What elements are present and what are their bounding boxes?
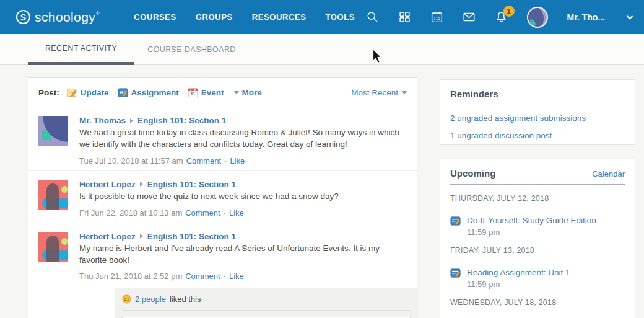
comment-section: 2 people liked this (115, 288, 418, 318)
avatar[interactable] (38, 180, 68, 210)
like-link[interactable]: Like (229, 208, 244, 218)
avatar-shape (46, 236, 59, 262)
svg-text:11: 11 (191, 92, 196, 97)
nav-item-resources[interactable]: RESOURCES (252, 12, 307, 22)
calendar-link[interactable]: Calendar (592, 169, 625, 179)
avatar-shape (46, 183, 59, 210)
assignment-icon (450, 268, 461, 278)
sort-label: Most Recent (351, 88, 398, 97)
chevron-down-icon[interactable] (624, 12, 635, 23)
ungraded-assignments-link[interactable]: 2 ungraded assignment submissions (450, 113, 625, 123)
divider (450, 260, 625, 260)
tab-course-dashboard[interactable]: COURSE DASHBOARD (134, 34, 249, 65)
tab-recent-activity[interactable]: RECENT ACTIVITY (28, 34, 134, 65)
upcoming-event-time: 11:59 pm (467, 280, 570, 289)
post-timestamp: Thu Jun 21, 2018 at 2:52 pm (79, 272, 182, 281)
post-update-button[interactable]: Update (67, 87, 109, 98)
nav-item-courses[interactable]: COURSES (134, 12, 176, 22)
schoology-logo[interactable]: S schoology ® (16, 10, 99, 25)
feed-post: Herbert Lopez English 101: Section 1 Is … (28, 171, 417, 223)
post-assignment-label: Assignment (131, 88, 179, 97)
navbar-right: 1 Mr. Tho... (366, 7, 635, 28)
post-course-link[interactable]: English 101: Section 1 (147, 232, 236, 241)
post-course-link[interactable]: English 101: Section 1 (137, 116, 226, 125)
schoology-home-screen: S schoology ® COURSES GROUPS RESOURCES T… (0, 0, 644, 318)
registered-mark: ® (96, 11, 99, 15)
assignment-icon (450, 216, 461, 226)
post-course-link[interactable]: English 101: Section 1 (147, 180, 236, 189)
like-link[interactable]: Like (229, 272, 244, 281)
nav-item-tools[interactable]: TOOLS (326, 12, 355, 22)
avatar[interactable] (38, 116, 68, 146)
mail-icon[interactable] (463, 11, 476, 24)
upcoming-panel: Upcoming Calendar THURSDAY, JULY 12, 201… (440, 159, 635, 318)
dot-separator: · (224, 208, 226, 218)
avatar[interactable] (38, 232, 68, 262)
upcoming-date: WEDNESDAY, JULY 18, 2018 (450, 298, 625, 307)
liked-by-link[interactable]: 2 people (135, 294, 166, 304)
feed-post: Mr. Thomas English 101: Section 1 We had… (28, 107, 417, 171)
user-menu-name[interactable]: Mr. Tho... (567, 12, 605, 22)
upcoming-event-link[interactable]: Reading Assignment: Unit 1 (467, 268, 570, 277)
comment-link[interactable]: Comment (185, 208, 220, 218)
post-author-link[interactable]: Herbert Lopez (79, 232, 136, 241)
notifications-button[interactable]: 1 (495, 11, 508, 24)
post-label: Post: (38, 88, 59, 97)
search-icon[interactable] (366, 11, 379, 24)
divider (450, 208, 625, 208)
post-more-button[interactable]: More (234, 88, 262, 97)
upcoming-event: Do-It-Yourself: Study Guide Edition 11:5… (450, 216, 625, 237)
post-timestamp: Tue Jul 10, 2018 at 11:57 am (79, 156, 183, 166)
calendar-icon[interactable] (430, 11, 443, 24)
dot-separator: · (224, 156, 227, 166)
sort-dropdown[interactable]: Most Recent (351, 88, 407, 97)
nav-item-groups[interactable]: GROUPS (196, 12, 233, 22)
schoology-s-icon: S (16, 10, 30, 24)
assignment-pencil-icon (118, 87, 128, 98)
post-event-button[interactable]: 11 Event (188, 87, 224, 98)
arrow-right-icon (140, 234, 143, 239)
comment-link[interactable]: Comment (186, 156, 221, 166)
dot-separator: · (224, 272, 226, 281)
post-event-label: Event (201, 88, 224, 97)
upcoming-event: Reading Assignment: Unit 1 11:59 pm (450, 268, 625, 289)
feed-post: Herbert Lopez English 101: Section 1 My … (28, 223, 417, 318)
post-author-link[interactable]: Herbert Lopez (79, 180, 136, 189)
post-author-link[interactable]: Mr. Thomas (79, 116, 126, 125)
post-body-text: We had a great time today in class discu… (79, 127, 407, 151)
primary-nav: COURSES GROUPS RESOURCES TOOLS (134, 12, 355, 22)
post-body-text: My name is Herbert and I've already read… (79, 243, 407, 267)
upcoming-title: Upcoming (450, 168, 495, 179)
post-timestamp: Fri Jun 22, 2018 at 10:13 am (79, 208, 182, 218)
caret-down-icon (234, 91, 239, 94)
notification-badge: 1 (503, 6, 515, 17)
arrow-right-icon (140, 182, 143, 187)
divider (450, 312, 625, 312)
upcoming-event-link[interactable]: Do-It-Yourself: Study Guide Edition (467, 216, 596, 225)
avatar-shape (61, 186, 68, 193)
user-avatar[interactable] (527, 7, 548, 28)
post-toolbar: Post: Update Assignment (28, 78, 417, 107)
reminders-title: Reminders (450, 89, 625, 99)
post-more-label: More (242, 88, 262, 97)
upcoming-date: FRIDAY, JULY 13, 2018 (450, 246, 625, 255)
top-navbar: S schoology ® COURSES GROUPS RESOURCES T… (0, 0, 644, 34)
arrow-right-icon (130, 118, 133, 123)
post-update-label: Update (80, 88, 109, 97)
divider (450, 105, 625, 105)
reminders-panel: Reminders 2 ungraded assignment submissi… (440, 79, 635, 145)
like-link[interactable]: Like (230, 156, 245, 166)
upcoming-event-time: 11:59 pm (467, 227, 596, 237)
note-pencil-icon (67, 87, 77, 98)
app-grid-icon[interactable] (398, 11, 411, 24)
activity-feed-card: Post: Update Assignment (28, 77, 417, 318)
tab-strip: RECENT ACTIVITY COURSE DASHBOARD (0, 34, 644, 65)
calendar-day-icon: 11 (188, 87, 198, 98)
upcoming-date: THURSDAY, JULY 12, 2018 (450, 194, 625, 203)
comment-link[interactable]: Comment (185, 272, 220, 281)
post-assignment-button[interactable]: Assignment (118, 87, 179, 98)
caret-down-icon (402, 91, 407, 94)
post-body-text: Is it possible to move the quiz to next … (79, 191, 407, 203)
divider (450, 184, 625, 185)
ungraded-discussion-link[interactable]: 1 ungraded discussion post (450, 131, 625, 140)
